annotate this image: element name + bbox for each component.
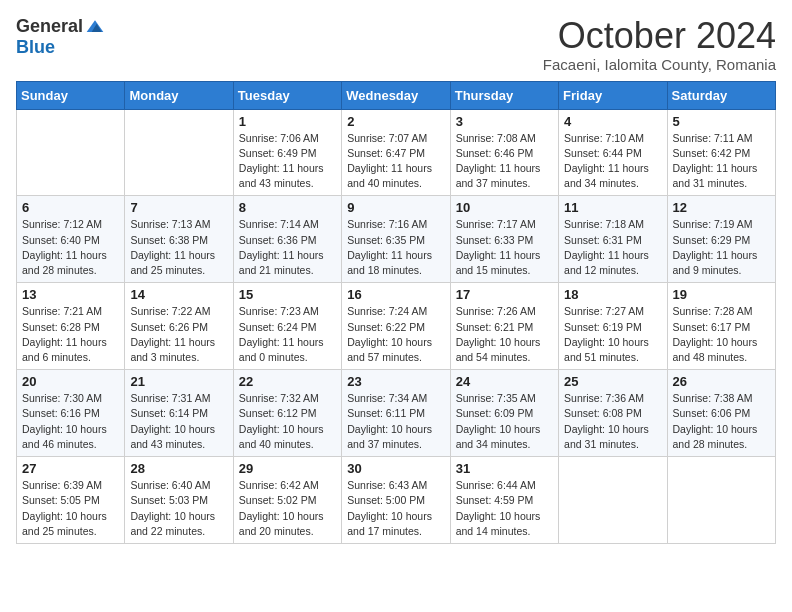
day-info: Sunrise: 7:16 AM Sunset: 6:35 PM Dayligh…: [347, 217, 444, 278]
day-number: 10: [456, 200, 553, 215]
weekday-header-monday: Monday: [125, 81, 233, 109]
calendar-cell: 26Sunrise: 7:38 AM Sunset: 6:06 PM Dayli…: [667, 370, 775, 457]
day-number: 20: [22, 374, 119, 389]
calendar-cell: [559, 457, 667, 544]
calendar-cell: 1Sunrise: 7:06 AM Sunset: 6:49 PM Daylig…: [233, 109, 341, 196]
day-info: Sunrise: 6:40 AM Sunset: 5:03 PM Dayligh…: [130, 478, 227, 539]
calendar-cell: 20Sunrise: 7:30 AM Sunset: 6:16 PM Dayli…: [17, 370, 125, 457]
day-info: Sunrise: 7:27 AM Sunset: 6:19 PM Dayligh…: [564, 304, 661, 365]
calendar-cell: 31Sunrise: 6:44 AM Sunset: 4:59 PM Dayli…: [450, 457, 558, 544]
calendar-cell: 9Sunrise: 7:16 AM Sunset: 6:35 PM Daylig…: [342, 196, 450, 283]
calendar-cell: 17Sunrise: 7:26 AM Sunset: 6:21 PM Dayli…: [450, 283, 558, 370]
day-info: Sunrise: 6:42 AM Sunset: 5:02 PM Dayligh…: [239, 478, 336, 539]
calendar-cell: 27Sunrise: 6:39 AM Sunset: 5:05 PM Dayli…: [17, 457, 125, 544]
day-number: 1: [239, 114, 336, 129]
day-number: 14: [130, 287, 227, 302]
calendar-cell: 3Sunrise: 7:08 AM Sunset: 6:46 PM Daylig…: [450, 109, 558, 196]
day-number: 24: [456, 374, 553, 389]
day-info: Sunrise: 7:08 AM Sunset: 6:46 PM Dayligh…: [456, 131, 553, 192]
day-info: Sunrise: 7:28 AM Sunset: 6:17 PM Dayligh…: [673, 304, 770, 365]
weekday-header-saturday: Saturday: [667, 81, 775, 109]
day-info: Sunrise: 7:30 AM Sunset: 6:16 PM Dayligh…: [22, 391, 119, 452]
day-number: 31: [456, 461, 553, 476]
day-info: Sunrise: 7:26 AM Sunset: 6:21 PM Dayligh…: [456, 304, 553, 365]
day-number: 30: [347, 461, 444, 476]
day-number: 22: [239, 374, 336, 389]
page-header: General Blue October 2024 Facaeni, Ialom…: [16, 16, 776, 73]
calendar-cell: [667, 457, 775, 544]
calendar-cell: 6Sunrise: 7:12 AM Sunset: 6:40 PM Daylig…: [17, 196, 125, 283]
day-number: 27: [22, 461, 119, 476]
day-info: Sunrise: 7:34 AM Sunset: 6:11 PM Dayligh…: [347, 391, 444, 452]
logo: General Blue: [16, 16, 105, 58]
calendar-cell: 5Sunrise: 7:11 AM Sunset: 6:42 PM Daylig…: [667, 109, 775, 196]
logo-blue-text: Blue: [16, 37, 55, 58]
day-number: 28: [130, 461, 227, 476]
weekday-header-sunday: Sunday: [17, 81, 125, 109]
day-number: 23: [347, 374, 444, 389]
day-info: Sunrise: 7:06 AM Sunset: 6:49 PM Dayligh…: [239, 131, 336, 192]
title-area: October 2024 Facaeni, Ialomita County, R…: [543, 16, 776, 73]
calendar-cell: 16Sunrise: 7:24 AM Sunset: 6:22 PM Dayli…: [342, 283, 450, 370]
calendar-cell: 30Sunrise: 6:43 AM Sunset: 5:00 PM Dayli…: [342, 457, 450, 544]
calendar-cell: 29Sunrise: 6:42 AM Sunset: 5:02 PM Dayli…: [233, 457, 341, 544]
day-number: 25: [564, 374, 661, 389]
day-number: 6: [22, 200, 119, 215]
calendar-cell: [125, 109, 233, 196]
day-info: Sunrise: 7:32 AM Sunset: 6:12 PM Dayligh…: [239, 391, 336, 452]
day-info: Sunrise: 7:10 AM Sunset: 6:44 PM Dayligh…: [564, 131, 661, 192]
day-number: 26: [673, 374, 770, 389]
day-info: Sunrise: 7:12 AM Sunset: 6:40 PM Dayligh…: [22, 217, 119, 278]
day-number: 12: [673, 200, 770, 215]
day-number: 4: [564, 114, 661, 129]
weekday-header-tuesday: Tuesday: [233, 81, 341, 109]
calendar-cell: 22Sunrise: 7:32 AM Sunset: 6:12 PM Dayli…: [233, 370, 341, 457]
day-info: Sunrise: 6:44 AM Sunset: 4:59 PM Dayligh…: [456, 478, 553, 539]
day-number: 8: [239, 200, 336, 215]
calendar-cell: 24Sunrise: 7:35 AM Sunset: 6:09 PM Dayli…: [450, 370, 558, 457]
day-info: Sunrise: 7:17 AM Sunset: 6:33 PM Dayligh…: [456, 217, 553, 278]
calendar-week-2: 6Sunrise: 7:12 AM Sunset: 6:40 PM Daylig…: [17, 196, 776, 283]
calendar-cell: [17, 109, 125, 196]
day-info: Sunrise: 7:31 AM Sunset: 6:14 PM Dayligh…: [130, 391, 227, 452]
day-info: Sunrise: 7:13 AM Sunset: 6:38 PM Dayligh…: [130, 217, 227, 278]
day-info: Sunrise: 6:39 AM Sunset: 5:05 PM Dayligh…: [22, 478, 119, 539]
day-number: 15: [239, 287, 336, 302]
day-info: Sunrise: 7:11 AM Sunset: 6:42 PM Dayligh…: [673, 131, 770, 192]
weekday-header-friday: Friday: [559, 81, 667, 109]
day-info: Sunrise: 7:23 AM Sunset: 6:24 PM Dayligh…: [239, 304, 336, 365]
calendar-cell: 7Sunrise: 7:13 AM Sunset: 6:38 PM Daylig…: [125, 196, 233, 283]
day-number: 16: [347, 287, 444, 302]
day-info: Sunrise: 7:35 AM Sunset: 6:09 PM Dayligh…: [456, 391, 553, 452]
weekday-header-thursday: Thursday: [450, 81, 558, 109]
calendar-cell: 23Sunrise: 7:34 AM Sunset: 6:11 PM Dayli…: [342, 370, 450, 457]
day-number: 17: [456, 287, 553, 302]
calendar-cell: 11Sunrise: 7:18 AM Sunset: 6:31 PM Dayli…: [559, 196, 667, 283]
day-info: Sunrise: 7:36 AM Sunset: 6:08 PM Dayligh…: [564, 391, 661, 452]
calendar-week-3: 13Sunrise: 7:21 AM Sunset: 6:28 PM Dayli…: [17, 283, 776, 370]
day-info: Sunrise: 7:21 AM Sunset: 6:28 PM Dayligh…: [22, 304, 119, 365]
day-number: 11: [564, 200, 661, 215]
calendar-cell: 21Sunrise: 7:31 AM Sunset: 6:14 PM Dayli…: [125, 370, 233, 457]
calendar-cell: 10Sunrise: 7:17 AM Sunset: 6:33 PM Dayli…: [450, 196, 558, 283]
calendar-week-1: 1Sunrise: 7:06 AM Sunset: 6:49 PM Daylig…: [17, 109, 776, 196]
day-info: Sunrise: 7:07 AM Sunset: 6:47 PM Dayligh…: [347, 131, 444, 192]
calendar-cell: 25Sunrise: 7:36 AM Sunset: 6:08 PM Dayli…: [559, 370, 667, 457]
day-number: 3: [456, 114, 553, 129]
calendar-cell: 18Sunrise: 7:27 AM Sunset: 6:19 PM Dayli…: [559, 283, 667, 370]
day-number: 13: [22, 287, 119, 302]
calendar-cell: 2Sunrise: 7:07 AM Sunset: 6:47 PM Daylig…: [342, 109, 450, 196]
day-info: Sunrise: 7:38 AM Sunset: 6:06 PM Dayligh…: [673, 391, 770, 452]
day-number: 5: [673, 114, 770, 129]
day-info: Sunrise: 7:22 AM Sunset: 6:26 PM Dayligh…: [130, 304, 227, 365]
day-number: 29: [239, 461, 336, 476]
month-title: October 2024: [543, 16, 776, 56]
calendar-table: SundayMondayTuesdayWednesdayThursdayFrid…: [16, 81, 776, 544]
calendar-cell: 14Sunrise: 7:22 AM Sunset: 6:26 PM Dayli…: [125, 283, 233, 370]
day-number: 19: [673, 287, 770, 302]
calendar-week-4: 20Sunrise: 7:30 AM Sunset: 6:16 PM Dayli…: [17, 370, 776, 457]
calendar-cell: 15Sunrise: 7:23 AM Sunset: 6:24 PM Dayli…: [233, 283, 341, 370]
day-info: Sunrise: 7:24 AM Sunset: 6:22 PM Dayligh…: [347, 304, 444, 365]
day-info: Sunrise: 7:18 AM Sunset: 6:31 PM Dayligh…: [564, 217, 661, 278]
day-info: Sunrise: 6:43 AM Sunset: 5:00 PM Dayligh…: [347, 478, 444, 539]
